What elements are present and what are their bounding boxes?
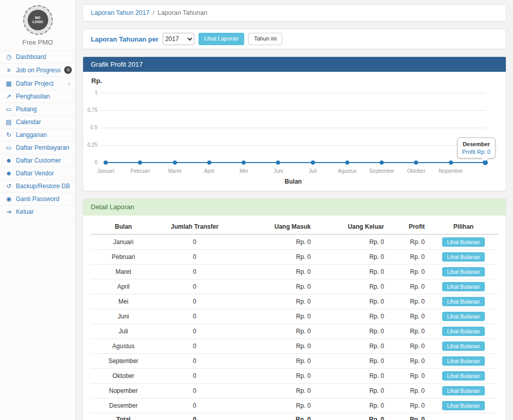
cell-pilihan: Lihat Bulanan — [429, 354, 498, 369]
total-cell: Rp. 0 — [233, 413, 315, 420]
chart-gridline — [101, 110, 486, 111]
no-logo-icon: NO LOGO — [28, 10, 48, 30]
chart-point[interactable] — [345, 161, 349, 165]
chart-point[interactable] — [242, 161, 246, 165]
table-row: Januari0Rp. 0Rp. 0Rp. 0Lihat Bulanan — [91, 234, 498, 250]
cell-profit: Rp. 0 — [388, 369, 429, 384]
lihat-bulanan-button[interactable]: Lihat Bulanan — [442, 371, 484, 381]
total-cell: Rp. 0 — [388, 413, 429, 420]
cell-bulan: Mei — [91, 294, 156, 309]
lihat-bulanan-button[interactable]: Lihat Bulanan — [442, 386, 484, 395]
lihat-bulanan-button[interactable]: Lihat Bulanan — [442, 252, 484, 262]
chart-point[interactable] — [138, 161, 142, 165]
x-axis-tick-label: Juni — [260, 168, 296, 174]
table-row: Oktober0Rp. 0Rp. 0Rp. 0Lihat Bulanan — [91, 369, 498, 384]
chart-point[interactable] — [207, 161, 211, 165]
total-cell: 0 — [156, 413, 233, 420]
x-axis-tick-label: April — [191, 168, 227, 174]
lihat-laporan-button[interactable]: Lihat Laporan — [199, 33, 244, 45]
cell-profit: Rp. 0 — [388, 384, 429, 398]
cell-bulan: Maret — [91, 265, 156, 279]
column-header: Profit — [388, 219, 429, 234]
cell-bulan: Agustus — [91, 339, 156, 354]
cell-uang-masuk: Rp. 0 — [233, 354, 315, 369]
x-axis-tick-label: September — [364, 168, 400, 174]
cell-uang-keluar: Rp. 0 — [315, 309, 388, 324]
cell-pilihan: Lihat Bulanan — [429, 250, 498, 265]
logo-text: NO LOGO — [31, 16, 45, 25]
cell-pilihan: Lihat Bulanan — [429, 279, 498, 294]
table-row: Pebruari0Rp. 0Rp. 0Rp. 0Lihat Bulanan — [91, 250, 498, 265]
chart-series-line — [106, 162, 485, 163]
column-header: Uang Keluar — [315, 219, 388, 234]
y-axis-unit-label: Rp. — [91, 77, 102, 85]
dashboard-icon: ◷ — [5, 53, 12, 61]
cell-jumlah-transfer: 0 — [156, 354, 233, 369]
chart-point[interactable] — [173, 161, 177, 165]
y-axis-tick-label: 0.25 — [83, 142, 97, 148]
cell-profit: Rp. 0 — [388, 309, 429, 324]
lock-icon: ◉ — [5, 195, 12, 203]
cell-uang-keluar: Rp. 0 — [315, 250, 388, 265]
chart-gridline — [101, 93, 486, 93]
sidebar-item-daftar-project[interactable]: ▦Daftar Project‹ — [0, 77, 75, 90]
chart-panel: Grafik Profit 2017 Rp. Bulan Desember Pr… — [83, 56, 506, 191]
report-table-total-row: Total0Rp. 0Rp. 0Rp. 0 — [91, 413, 498, 420]
lihat-bulanan-button[interactable]: Lihat Bulanan — [442, 401, 484, 410]
sidebar-item-label: Langganan — [16, 131, 47, 138]
lihat-bulanan-button[interactable]: Lihat Bulanan — [442, 267, 484, 276]
cell-profit: Rp. 0 — [388, 398, 429, 413]
report-table-body: Januari0Rp. 0Rp. 0Rp. 0Lihat BulananPebr… — [91, 234, 498, 413]
cell-profit: Rp. 0 — [388, 279, 429, 294]
chart-point[interactable] — [414, 161, 418, 165]
credit-card-icon: ▭ — [5, 106, 12, 113]
sidebar-item-label: Calendar — [16, 118, 41, 126]
lihat-bulanan-button[interactable]: Lihat Bulanan — [442, 297, 484, 306]
cell-jumlah-transfer: 0 — [156, 234, 233, 250]
chart-point[interactable] — [449, 161, 453, 165]
lihat-bulanan-button[interactable]: Lihat Bulanan — [442, 342, 484, 351]
chart-point[interactable] — [104, 161, 108, 165]
sidebar-item-daftar-pembayaran[interactable]: ▭Daftar Pembayaran — [0, 142, 75, 154]
cell-uang-keluar: Rp. 0 — [315, 265, 388, 279]
detail-panel: Detail Laporan BulanJumlah TransferUang … — [83, 198, 506, 420]
chart-panel-title: Grafik Profit 2017 — [83, 57, 506, 72]
table-row: Maret0Rp. 0Rp. 0Rp. 0Lihat Bulanan — [91, 265, 498, 279]
sidebar-item-calendar[interactable]: ▤Calendar — [0, 116, 75, 129]
lihat-bulanan-button[interactable]: Lihat Bulanan — [442, 312, 484, 321]
logo-area: NO LOGO Free PMO — [0, 0, 75, 51]
sidebar-item-dashboard[interactable]: ◷Dashboard — [0, 51, 75, 64]
cell-pilihan: Lihat Bulanan — [429, 384, 498, 398]
filter-panel: Laporan Tahunan per 2017 Lihat Laporan T… — [83, 29, 506, 49]
sidebar-item-piutang[interactable]: ▭Piutang — [0, 103, 75, 116]
sidebar-item-keluar[interactable]: ⇥Keluar — [0, 206, 75, 218]
users-icon: ☻ — [5, 157, 12, 164]
chart-point[interactable] — [380, 161, 384, 165]
lihat-bulanan-button[interactable]: Lihat Bulanan — [442, 237, 484, 247]
lihat-bulanan-button[interactable]: Lihat Bulanan — [442, 327, 484, 336]
chart-point[interactable] — [276, 161, 280, 165]
total-cell: Total — [91, 413, 156, 420]
sidebar-item-daftar-customer[interactable]: ☻Daftar Customer — [0, 154, 75, 167]
sidebar-item-penghasilan[interactable]: ↗Penghasilan — [0, 90, 75, 103]
sidebar-item-ganti-password[interactable]: ◉Ganti Password — [0, 193, 75, 206]
sidebar-item-langganan[interactable]: ↻Langganan — [0, 129, 75, 142]
x-axis-title: Bulan — [101, 178, 486, 185]
breadcrumb-link[interactable]: Laporan Tahun 2017 — [91, 9, 149, 16]
cell-pilihan: Lihat Bulanan — [429, 265, 498, 279]
sidebar-item-daftar-vendor[interactable]: ☻Daftar Vendor — [0, 167, 75, 180]
table-icon: ▦ — [5, 80, 12, 87]
sidebar-item-job-on-progress[interactable]: ≡Job on Progress0 — [0, 64, 75, 77]
cell-uang-masuk: Rp. 0 — [233, 294, 315, 309]
sidebar-item-label: Daftar Project — [16, 80, 53, 87]
lihat-bulanan-button[interactable]: Lihat Bulanan — [442, 356, 484, 366]
lihat-bulanan-button[interactable]: Lihat Bulanan — [442, 282, 484, 291]
chart-point[interactable] — [311, 161, 315, 165]
year-select[interactable]: 2017 — [163, 33, 194, 45]
tahun-ini-button[interactable]: Tahun ini — [248, 33, 282, 45]
sidebar-nav: ◷Dashboard≡Job on Progress0▦Daftar Proje… — [0, 51, 75, 218]
cell-uang-keluar: Rp. 0 — [315, 339, 388, 354]
sidebar-item-label: Daftar Vendor — [16, 170, 54, 177]
sidebar-item-backup-restore-db[interactable]: ↺Backup/Restore DB — [0, 180, 75, 193]
cell-profit: Rp. 0 — [388, 250, 429, 265]
